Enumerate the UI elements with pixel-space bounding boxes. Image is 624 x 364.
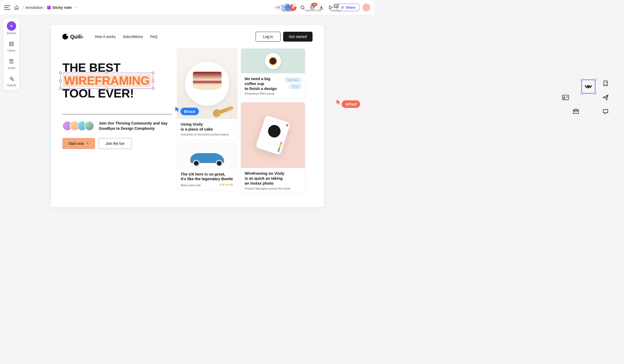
- selection-handle[interactable]: [59, 80, 61, 82]
- logo-mark-icon: [62, 34, 68, 40]
- card-instax[interactable]: Wireframing on Visilyis as quick as taki…: [241, 102, 305, 194]
- selection-handle[interactable]: [152, 72, 154, 74]
- community-text: Join Our Thriving Community and Say Good…: [99, 121, 172, 131]
- tag[interactable]: Must have: [285, 78, 301, 82]
- breadcrumb-current[interactable]: Sticky note: [52, 5, 72, 10]
- sticky-note-icon: [47, 6, 51, 9]
- svg-marker-7: [329, 6, 333, 9]
- library-icon: [7, 40, 16, 48]
- card-subtitle: Product Managers around the world: [245, 187, 301, 190]
- tag[interactable]: UI tool: [289, 84, 301, 88]
- selection-handle[interactable]: [106, 88, 108, 90]
- svg-point-10: [10, 42, 11, 44]
- svg-point-3: [301, 6, 304, 9]
- card-coffee[interactable]: No need a big coffee cupto finish a desi…: [241, 48, 305, 99]
- share-label: Share: [346, 5, 355, 9]
- left-sidebar: Screens Library Saved Visily AI: [4, 18, 19, 90]
- nav-faq[interactable]: FAQ: [150, 35, 158, 39]
- search-icon[interactable]: [300, 4, 306, 11]
- sidebar-item-saved[interactable]: Saved: [7, 57, 16, 69]
- mode-design[interactable]: DESIGN: [282, 3, 292, 12]
- chevron-down-icon[interactable]: [74, 6, 77, 9]
- svg-point-5: [312, 7, 312, 8]
- community-avatars: [62, 121, 94, 131]
- topbar: / Annotation / Sticky note DESIGN PROT: [0, 0, 374, 15]
- inspect-icon: [333, 3, 339, 9]
- sidebar-item-ai[interactable]: Visily AI: [7, 75, 16, 87]
- card-subtitle: Hundreds of innovative product teams: [181, 133, 234, 136]
- sidebar-label: Visily AI: [7, 84, 16, 87]
- comments-icon[interactable]: 18: [309, 4, 315, 11]
- cursor-bruce: Bruce: [174, 103, 199, 115]
- hero-title[interactable]: THE BEST WIREFRAMING TOOL EVER!: [62, 61, 172, 100]
- svg-point-4: [311, 7, 311, 8]
- avatar: [84, 121, 94, 131]
- comment-badge: 18: [312, 3, 317, 6]
- community-row: Join Our Thriving Community and Say Good…: [62, 121, 172, 131]
- saved-icon: [7, 57, 16, 66]
- mock-site-header: Quili- How it works Subcribtions FAQ Log…: [51, 25, 324, 48]
- menu-icon[interactable]: [4, 5, 10, 10]
- beetle-image: [177, 143, 237, 169]
- play-icon[interactable]: [328, 4, 334, 11]
- site-nav: How it works Subcribtions FAQ: [95, 35, 157, 39]
- star-rating: ★★★★⯪: [219, 183, 234, 186]
- join-fun-button[interactable]: Join the fun: [99, 138, 131, 149]
- card-title: The UX here is so great,it's like the le…: [181, 172, 234, 182]
- sidebar-label: Library: [8, 49, 16, 52]
- topbar-left: / Annotation / Sticky note: [4, 4, 77, 11]
- hero-highlight-selected[interactable]: WIREFRAMING: [62, 74, 151, 87]
- selection-handle[interactable]: [59, 72, 61, 74]
- selection-handle[interactable]: [152, 88, 154, 90]
- home-icon[interactable]: [14, 4, 20, 11]
- svg-point-8: [342, 6, 343, 8]
- svg-rect-11: [12, 42, 14, 44]
- selection-handle[interactable]: [106, 72, 108, 74]
- selection-handle[interactable]: [152, 80, 154, 82]
- site-logo[interactable]: Quili-: [62, 34, 83, 40]
- mode-design-label: DESIGN: [282, 9, 292, 12]
- nav-how[interactable]: How it works: [95, 35, 115, 39]
- cursor-label: Alfred: [342, 100, 360, 108]
- cards-grid: Using Visilyis a piece of cake Hundreds …: [177, 48, 305, 194]
- breadcrumb-parent[interactable]: Annotation: [25, 5, 43, 10]
- avatar-more-count[interactable]: +4: [274, 5, 282, 10]
- instax-image: [241, 102, 305, 168]
- coffee-image: [241, 49, 305, 73]
- login-button[interactable]: Log in: [256, 32, 281, 42]
- card-title: Using Visilyis a piece of cake: [181, 122, 234, 132]
- site-logo-text: Quili-: [70, 34, 83, 40]
- mock-site-body: THE BEST WIREFRAMING TOOL EVER!: [51, 48, 324, 194]
- start-now-button[interactable]: Start now: [62, 138, 95, 149]
- sidebar-item-screens[interactable]: Screens: [7, 21, 16, 35]
- design-canvas[interactable]: Quili- How it works Subcribtions FAQ Log…: [51, 25, 324, 207]
- svg-point-13: [12, 44, 14, 46]
- sidebar-item-library[interactable]: Library: [7, 40, 16, 52]
- design-icon: [284, 3, 290, 9]
- cursor-label: Bruce: [180, 108, 199, 115]
- cursor-icon: [335, 99, 342, 106]
- design-dropdown[interactable]: [293, 3, 296, 7]
- site-header-right: Log in Get started: [256, 32, 313, 42]
- sidebar-label: Screens: [7, 32, 16, 35]
- svg-point-9: [343, 6, 344, 8]
- arrow-icon: [86, 142, 89, 145]
- svg-rect-12: [10, 44, 11, 46]
- breadcrumb-sep: /: [23, 5, 24, 10]
- nav-subscriptions[interactable]: Subcribtions: [123, 35, 143, 39]
- breadcrumb-sep: /: [44, 5, 46, 10]
- profile-avatar[interactable]: [362, 4, 370, 11]
- download-icon[interactable]: [318, 4, 324, 11]
- hero-line1: THE BEST: [62, 61, 120, 74]
- card-subtitle: Many users say: [181, 184, 201, 187]
- start-now-label: Start now: [68, 141, 84, 146]
- selection-box[interactable]: [60, 73, 153, 89]
- card-subtitle: A freelance PM's words: [245, 92, 282, 95]
- plus-icon: [7, 21, 16, 31]
- card-beetle[interactable]: The UX here is so great,it's like the le…: [177, 143, 238, 191]
- hero-cta: Start now Join the fun: [62, 138, 172, 149]
- card-cake[interactable]: Using Visilyis a piece of cake Hundreds …: [177, 48, 238, 140]
- cursor-alfred: Alfred: [335, 96, 360, 108]
- selection-handle[interactable]: [59, 88, 61, 90]
- get-started-button[interactable]: Get started: [283, 32, 313, 42]
